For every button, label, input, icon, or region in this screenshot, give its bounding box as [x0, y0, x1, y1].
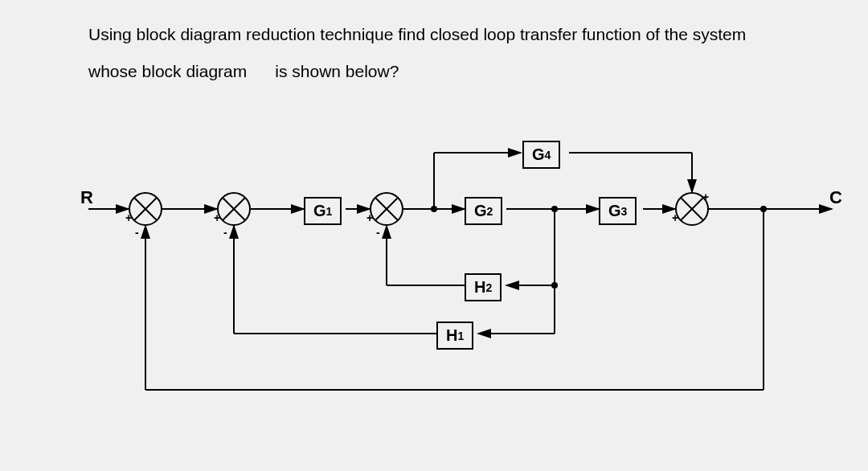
summer-3-sign-fb: -: [376, 226, 380, 239]
block-g4-sub: 4: [545, 149, 551, 162]
tap-node-1: [431, 206, 437, 212]
summer-4-sign-b: +: [702, 190, 709, 203]
block-g3-sub: 3: [621, 205, 628, 218]
block-h2-label: H: [474, 278, 485, 297]
question-line2: whose block diagram: [88, 62, 247, 80]
tap-node-3: [551, 282, 558, 289]
question-line3: is shown below?: [275, 62, 399, 80]
block-g2: G2: [465, 197, 502, 225]
summer-2-sign-fb: -: [223, 226, 227, 239]
block-h1-label: H: [446, 326, 457, 345]
block-g2-label: G: [474, 202, 487, 220]
block-g1-sub: 1: [326, 205, 333, 218]
block-diagram: R C + - + - + - + + G1 G2 G3 G4 H2 H1: [80, 125, 852, 446]
summer-3: [370, 192, 403, 226]
block-g4: G4: [522, 141, 560, 169]
summer-1-sign-in: +: [125, 211, 132, 224]
summer-2: [217, 192, 251, 226]
tap-node-2: [551, 206, 558, 212]
question-text: Using block diagram reduction technique …: [88, 16, 836, 90]
block-g1: G1: [304, 197, 342, 225]
summer-2-sign-in: +: [214, 211, 220, 224]
summer-1-sign-fb: -: [135, 226, 139, 239]
block-g2-sub: 2: [487, 205, 493, 218]
block-h2: H2: [465, 273, 502, 301]
block-g4-label: G: [532, 145, 545, 164]
block-g3: G3: [599, 197, 637, 225]
block-h2-sub: 2: [485, 281, 492, 294]
summer-3-sign-in: +: [366, 211, 373, 224]
block-h1: H1: [436, 322, 473, 350]
block-g1-label: G: [313, 202, 326, 220]
output-label: C: [829, 187, 842, 208]
block-h1-sub: 1: [457, 330, 464, 342]
question-line1: Using block diagram reduction technique …: [88, 25, 746, 43]
block-g3-label: G: [608, 202, 621, 220]
summer-1: [129, 192, 162, 226]
input-label: R: [80, 187, 93, 208]
tap-node-4: [760, 206, 767, 212]
summer-4-sign-a: +: [672, 211, 678, 224]
